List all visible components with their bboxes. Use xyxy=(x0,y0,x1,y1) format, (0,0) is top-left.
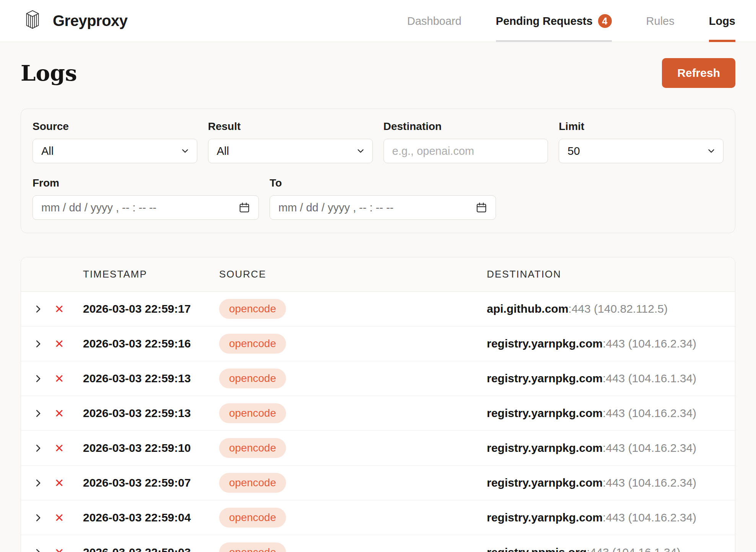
from-datetime-input[interactable]: mm / dd / yyyy , -- : -- -- xyxy=(33,195,259,220)
source-badge: opencode xyxy=(219,403,286,423)
row-source-cell: opencode xyxy=(219,438,487,458)
delete-x-icon: ✕ xyxy=(54,476,64,490)
source-filter: Source All xyxy=(33,120,197,163)
expand-row-button[interactable] xyxy=(27,326,49,361)
nav-item-rules[interactable]: Rules xyxy=(646,0,675,42)
delete-row-button[interactable]: ✕ xyxy=(49,326,70,361)
expand-row-button[interactable] xyxy=(27,361,49,396)
row-timestamp: 2026-03-03 22:59:04 xyxy=(70,511,219,524)
destination-host: registry.yarnpkg.com xyxy=(487,442,603,454)
delete-row-button[interactable]: ✕ xyxy=(49,500,70,535)
delete-row-button[interactable]: ✕ xyxy=(49,361,70,396)
from-datetime-value: mm / dd / yyyy , -- : -- -- xyxy=(41,201,156,214)
to-datetime-input[interactable]: mm / dd / yyyy , -- : -- -- xyxy=(270,195,496,220)
destination-port: :443 xyxy=(568,302,590,315)
row-destination: registry.yarnpkg.com:443 (104.16.2.34) xyxy=(487,442,735,455)
top-nav-bar: Greyproxy Dashboard Pending Requests 4 R… xyxy=(0,0,756,42)
chevron-right-icon xyxy=(33,373,43,384)
timestamp-column-header: TIMESTAMP xyxy=(70,268,219,280)
source-badge: opencode xyxy=(219,299,286,319)
row-timestamp: 2026-03-03 22:59:17 xyxy=(70,302,219,315)
nav-label-pending-requests: Pending Requests xyxy=(496,15,593,28)
source-badge: opencode xyxy=(219,508,286,528)
source-column-header: SOURCE xyxy=(219,268,487,280)
destination-input[interactable] xyxy=(384,139,548,163)
destination-column-header: DESTINATION xyxy=(487,268,735,280)
page-header: Logs Refresh xyxy=(21,58,735,88)
table-row: ✕ 2026-03-03 22:59:13 opencode registry.… xyxy=(21,396,735,431)
brand-name: Greyproxy xyxy=(53,12,128,29)
calendar-icon[interactable] xyxy=(476,202,487,213)
expand-row-button[interactable] xyxy=(27,535,49,552)
destination-port: :443 xyxy=(603,476,625,489)
table-row: ✕ 2026-03-03 22:59:04 opencode registry.… xyxy=(21,500,735,535)
row-timestamp: 2026-03-03 22:59:16 xyxy=(70,337,219,350)
source-badge: opencode xyxy=(219,542,286,552)
nav-label-logs: Logs xyxy=(709,15,735,28)
expand-row-button[interactable] xyxy=(27,396,49,430)
chevron-right-icon xyxy=(33,547,43,552)
nav-label-dashboard: Dashboard xyxy=(407,15,462,28)
row-source-cell: opencode xyxy=(219,473,487,493)
logs-table: TIMESTAMP SOURCE DESTINATION ✕ 2026-03-0… xyxy=(21,257,735,552)
expand-row-button[interactable] xyxy=(27,500,49,535)
to-datetime-value: mm / dd / yyyy , -- : -- -- xyxy=(278,201,393,214)
nav-item-dashboard[interactable]: Dashboard xyxy=(407,0,462,42)
expand-row-button[interactable] xyxy=(27,466,49,500)
row-destination: registry.yarnpkg.com:443 (104.16.2.34) xyxy=(487,407,735,420)
delete-row-button[interactable]: ✕ xyxy=(49,535,70,552)
row-source-cell: opencode xyxy=(219,542,487,552)
chevron-down-icon xyxy=(356,146,366,156)
source-badge: opencode xyxy=(219,369,286,388)
refresh-button[interactable]: Refresh xyxy=(662,58,735,88)
limit-filter: Limit 50 xyxy=(559,120,723,163)
source-badge: opencode xyxy=(219,473,286,493)
destination-host: registry.yarnpkg.com xyxy=(487,511,603,524)
destination-host: api.github.com xyxy=(487,302,568,315)
delete-row-button[interactable]: ✕ xyxy=(49,292,70,326)
row-timestamp: 2026-03-03 22:59:07 xyxy=(70,476,219,489)
destination-host: registry.npmjs.org xyxy=(487,546,587,552)
chevron-down-icon xyxy=(706,146,716,156)
main-nav: Dashboard Pending Requests 4 Rules Logs xyxy=(407,0,735,42)
to-filter: To mm / dd / yyyy , -- : -- -- xyxy=(270,177,496,220)
source-badge: opencode xyxy=(219,334,286,354)
source-select[interactable]: All xyxy=(33,139,197,163)
main-content: Logs Refresh Source All Result All xyxy=(0,58,756,552)
table-row: ✕ 2026-03-03 22:59:07 opencode registry.… xyxy=(21,466,735,500)
row-timestamp: 2026-03-03 22:59:03 xyxy=(70,546,219,552)
row-timestamp: 2026-03-03 22:59:13 xyxy=(70,372,219,385)
destination-port: :443 xyxy=(603,372,625,385)
destination-ip: (104.16.2.34) xyxy=(628,476,696,489)
nav-item-logs[interactable]: Logs xyxy=(709,0,735,42)
limit-select[interactable]: 50 xyxy=(559,139,723,163)
result-select-value: All xyxy=(217,145,229,157)
delete-row-button[interactable]: ✕ xyxy=(49,466,70,500)
row-source-cell: opencode xyxy=(219,299,487,319)
nav-item-pending-requests[interactable]: Pending Requests 4 xyxy=(496,0,612,42)
row-source-cell: opencode xyxy=(219,369,487,388)
delete-row-button[interactable]: ✕ xyxy=(49,396,70,430)
delete-x-icon: ✕ xyxy=(54,302,64,316)
result-label: Result xyxy=(208,120,373,133)
row-destination: registry.yarnpkg.com:443 (104.16.1.34) xyxy=(487,372,735,385)
table-row: ✕ 2026-03-03 22:59:16 opencode registry.… xyxy=(21,326,735,361)
delete-x-icon: ✕ xyxy=(54,407,64,420)
result-select[interactable]: All xyxy=(208,139,373,163)
row-timestamp: 2026-03-03 22:59:13 xyxy=(70,407,219,420)
table-row: ✕ 2026-03-03 22:59:13 opencode registry.… xyxy=(21,361,735,396)
delete-row-button[interactable]: ✕ xyxy=(49,431,70,465)
expand-row-button[interactable] xyxy=(27,292,49,326)
chevron-right-icon xyxy=(33,443,43,453)
destination-port: :443 xyxy=(587,546,609,552)
to-label: To xyxy=(270,177,496,189)
destination-port: :443 xyxy=(603,337,625,350)
calendar-icon[interactable] xyxy=(239,202,250,213)
from-label: From xyxy=(33,177,259,189)
destination-ip: (104.16.2.34) xyxy=(628,511,696,524)
destination-filter: Destination xyxy=(384,120,548,163)
expand-row-button[interactable] xyxy=(27,431,49,465)
chevron-right-icon xyxy=(33,304,43,314)
destination-host: registry.yarnpkg.com xyxy=(487,337,603,350)
destination-ip: (104.16.1.34) xyxy=(628,372,696,385)
